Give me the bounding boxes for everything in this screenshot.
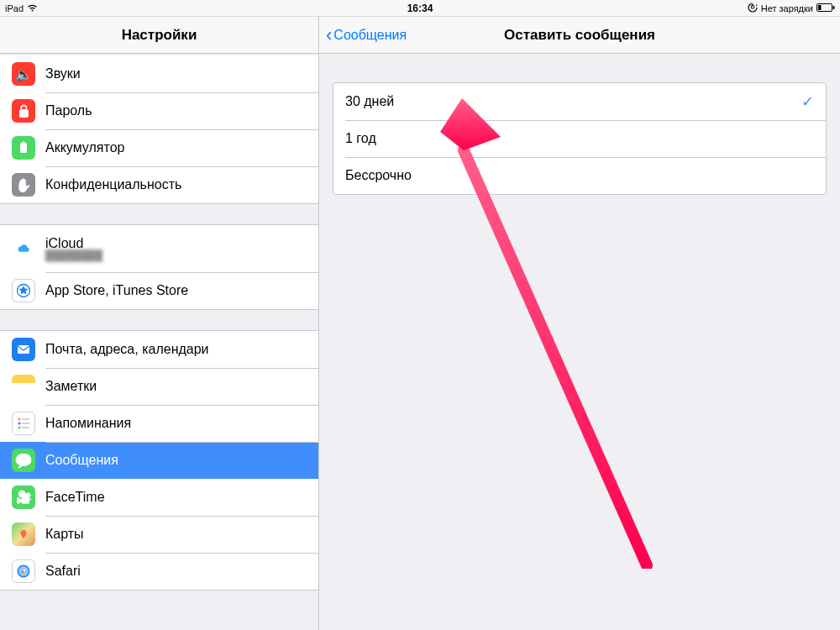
keep-messages-options: 30 дней ✓ 1 год Бессрочно [333, 82, 827, 195]
option-30-days[interactable]: 30 дней ✓ [333, 83, 826, 120]
sidebar-item-label: Конфиденциальность [45, 177, 181, 192]
option-forever[interactable]: Бессрочно [333, 157, 826, 194]
maps-icon [12, 522, 35, 546]
svg-rect-3 [818, 5, 822, 10]
sidebar-item-sounds[interactable]: Звуки [0, 55, 318, 92]
option-label: Бессрочно [345, 168, 412, 183]
back-label: Сообщения [333, 28, 407, 43]
messages-icon [12, 449, 35, 472]
svg-rect-11 [22, 423, 29, 424]
header-bar: Настройки ‹ Сообщения Оставить сообщения [0, 17, 840, 54]
sidebar-item-label: Сообщения [45, 453, 118, 468]
notes-icon [12, 375, 35, 398]
svg-rect-0 [751, 6, 753, 8]
sidebar-item-appstore[interactable]: App Store, iTunes Store [0, 272, 318, 309]
hand-icon [12, 173, 35, 197]
option-label: 1 год [345, 131, 376, 146]
svg-rect-2 [833, 6, 835, 9]
sidebar-item-battery[interactable]: Аккумулятор [0, 129, 318, 166]
svg-point-12 [18, 427, 21, 429]
rotation-lock-icon [748, 3, 758, 14]
sidebar-item-facetime[interactable]: FaceTime [0, 479, 318, 516]
clock: 16:34 [407, 3, 433, 14]
svg-point-10 [18, 423, 21, 425]
back-button[interactable]: ‹ Сообщения [319, 26, 407, 45]
charge-label: Нет зарядки [761, 3, 813, 13]
sidebar[interactable]: Звуки Пароль Аккумулятор Конфиденциально… [0, 54, 319, 630]
sidebar-item-label: Напоминания [45, 416, 131, 431]
svg-rect-9 [22, 418, 29, 420]
device-label: iPad [5, 3, 24, 13]
sidebar-item-safari[interactable]: Safari [0, 553, 318, 590]
sidebar-item-label: FaceTime [45, 490, 105, 505]
status-bar: iPad 16:34 Нет зарядки [0, 0, 840, 17]
option-1-year[interactable]: 1 год [333, 120, 826, 157]
sidebar-item-label: Пароль [45, 103, 92, 118]
sidebar-item-label: Карты [45, 527, 84, 542]
detail-pane: 30 дней ✓ 1 год Бессрочно [319, 54, 840, 630]
svg-point-8 [18, 418, 21, 421]
sidebar-item-label: Почта, адреса, календари [45, 342, 209, 357]
sidebar-item-label: Safari [45, 564, 81, 579]
battery-settings-icon [12, 136, 35, 160]
sidebar-item-privacy[interactable]: Конфиденциальность [0, 166, 318, 203]
facetime-icon [12, 486, 35, 509]
chevron-left-icon: ‹ [326, 26, 332, 45]
svg-rect-5 [23, 142, 25, 144]
battery-icon [816, 3, 835, 13]
reminders-icon [12, 412, 35, 435]
sidebar-item-mail[interactable]: Почта, адреса, календари [0, 331, 318, 368]
sidebar-item-label: Звуки [45, 66, 81, 81]
checkmark-icon: ✓ [801, 92, 814, 111]
speaker-icon [12, 62, 35, 86]
safari-icon [12, 559, 35, 583]
sidebar-item-icloud[interactable]: iCloud ████████ [0, 225, 318, 272]
option-label: 30 дней [345, 94, 394, 109]
mail-icon [12, 338, 35, 361]
sidebar-item-messages[interactable]: Сообщения [0, 442, 318, 479]
svg-rect-7 [18, 345, 29, 354]
sidebar-item-passcode[interactable]: Пароль [0, 92, 318, 129]
sidebar-item-maps[interactable]: Карты [0, 516, 318, 553]
settings-title: Настройки [0, 17, 319, 53]
wifi-icon [27, 3, 38, 13]
svg-rect-13 [22, 427, 29, 428]
sidebar-item-notes[interactable]: Заметки [0, 368, 318, 405]
cloud-icon [12, 237, 35, 260]
sidebar-item-reminders[interactable]: Напоминания [0, 405, 318, 442]
sidebar-item-label: Аккумулятор [45, 140, 124, 155]
detail-title: Оставить сообщения [504, 27, 655, 44]
sidebar-item-label: Заметки [45, 379, 97, 394]
icloud-account: ████████ [45, 249, 102, 261]
lock-icon [12, 99, 35, 123]
appstore-icon [12, 279, 35, 302]
svg-rect-4 [20, 143, 27, 153]
sidebar-item-label: App Store, iTunes Store [45, 283, 188, 298]
